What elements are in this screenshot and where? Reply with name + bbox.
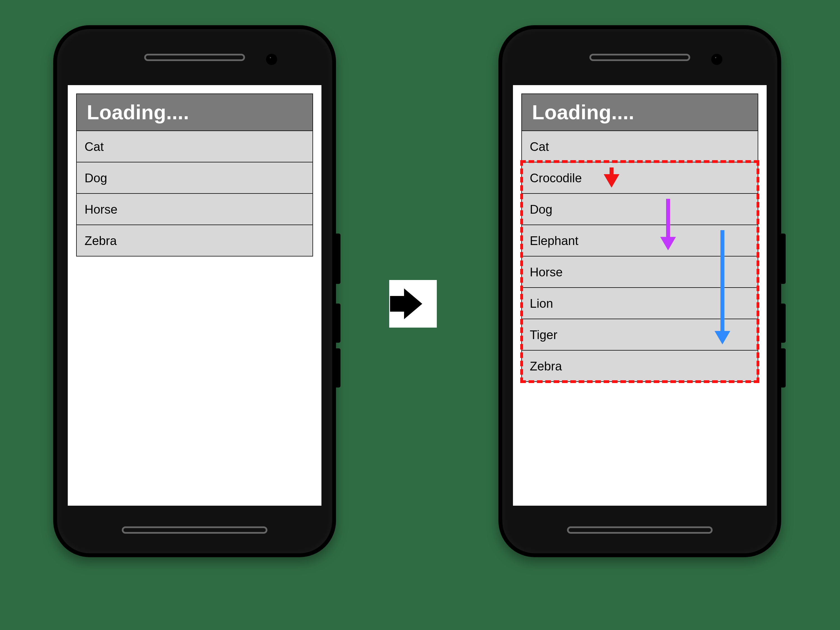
front-camera-icon bbox=[266, 54, 277, 65]
app-header: Loading.... bbox=[76, 93, 313, 131]
list-after[interactable]: CatCrocodileDogElephantHorseLionTigerZeb… bbox=[521, 131, 758, 382]
phone-after: Loading.... CatCrocodileDogElephantHorse… bbox=[498, 25, 781, 557]
volume-up-button bbox=[780, 303, 786, 343]
phone-speaker-icon bbox=[144, 54, 245, 61]
volume-down-button bbox=[780, 348, 786, 387]
arrow-right-icon bbox=[404, 288, 422, 319]
transition-panel bbox=[389, 280, 437, 328]
app-right: Loading.... CatCrocodileDogElephantHorse… bbox=[521, 93, 758, 497]
list-item[interactable]: Zebra bbox=[77, 224, 313, 256]
list-item[interactable]: Dog bbox=[522, 193, 758, 224]
phone-speaker-icon bbox=[589, 54, 690, 61]
front-camera-icon bbox=[711, 54, 722, 65]
diagram-stage: Loading.... CatDogHorseZebra Loading....… bbox=[0, 0, 840, 630]
list-item[interactable]: Crocodile bbox=[522, 162, 758, 193]
list-item[interactable]: Lion bbox=[522, 287, 758, 319]
list-item[interactable]: Dog bbox=[77, 162, 313, 193]
phone-screen: Loading.... CatDogHorseZebra bbox=[68, 85, 321, 506]
list-item[interactable]: Elephant bbox=[522, 224, 758, 256]
list-item[interactable]: Zebra bbox=[522, 350, 758, 381]
app-header: Loading.... bbox=[521, 93, 758, 131]
volume-down-button bbox=[335, 348, 341, 387]
list-item[interactable]: Horse bbox=[77, 193, 313, 224]
home-bar-icon bbox=[567, 526, 713, 534]
phone-before: Loading.... CatDogHorseZebra bbox=[53, 25, 336, 557]
list-item[interactable]: Cat bbox=[522, 131, 758, 162]
volume-up-button bbox=[335, 303, 341, 343]
power-button bbox=[780, 234, 786, 284]
phone-screen: Loading.... CatCrocodileDogElephantHorse… bbox=[513, 85, 767, 506]
list-item[interactable]: Tiger bbox=[522, 319, 758, 350]
home-bar-icon bbox=[122, 526, 267, 534]
list-item[interactable]: Horse bbox=[522, 256, 758, 287]
list-item[interactable]: Cat bbox=[77, 131, 313, 162]
power-button bbox=[335, 234, 341, 284]
app-left: Loading.... CatDogHorseZebra bbox=[76, 93, 313, 497]
list-before[interactable]: CatDogHorseZebra bbox=[76, 131, 313, 256]
